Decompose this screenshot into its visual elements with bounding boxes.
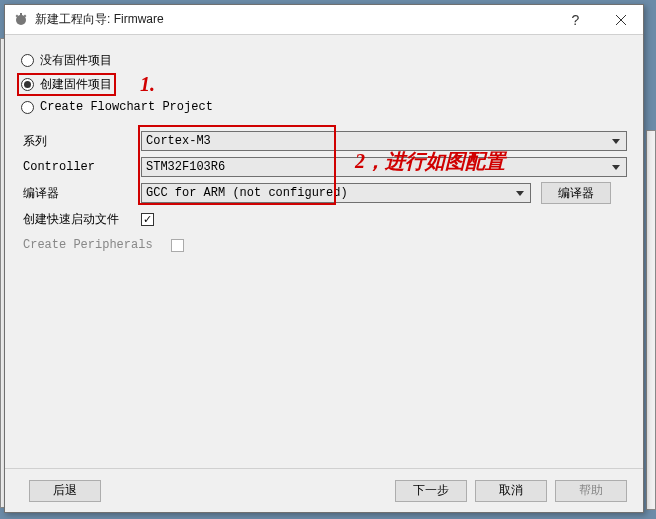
help-button[interactable]: ?: [553, 5, 598, 34]
label-series: 系列: [21, 133, 141, 150]
chevron-down-icon: [608, 132, 624, 150]
label-peripherals: Create Peripherals: [21, 238, 171, 252]
row-compiler: 编译器 GCC for ARM (not configured) 编译器: [21, 180, 627, 206]
dropdown-series-value: Cortex-M3: [146, 134, 211, 148]
svg-rect-1: [20, 13, 22, 16]
row-quickstart: 创建快速启动文件: [21, 206, 627, 232]
form-area: 系列 Cortex-M3 Controller STM32F103R6 编译器 …: [21, 128, 627, 258]
wizard-window: 新建工程向导: Firmware ? 没有固件项目 创建固件项目 1. Crea…: [4, 4, 644, 513]
chevron-down-icon: [608, 158, 624, 176]
back-button[interactable]: 后退: [29, 480, 101, 502]
radio-flowchart-label: Create Flowchart Project: [40, 100, 213, 114]
radio-no-firmware-row[interactable]: 没有固件项目: [21, 49, 627, 71]
dropdown-series[interactable]: Cortex-M3: [141, 131, 627, 151]
help-button-footer: 帮助: [555, 480, 627, 502]
radio-create-firmware-label: 创建固件项目: [40, 76, 112, 93]
next-button[interactable]: 下一步: [395, 480, 467, 502]
radio-create-firmware[interactable]: [21, 78, 34, 91]
highlight-create-firmware: 创建固件项目: [17, 73, 116, 96]
close-icon: [616, 15, 626, 25]
app-icon: [13, 12, 29, 28]
radio-no-firmware-label: 没有固件项目: [40, 52, 112, 69]
cancel-button[interactable]: 取消: [475, 480, 547, 502]
chevron-down-icon: [512, 184, 528, 202]
row-controller: Controller STM32F103R6: [21, 154, 627, 180]
label-quickstart: 创建快速启动文件: [21, 211, 141, 228]
close-button[interactable]: [598, 5, 643, 34]
window-controls: ?: [553, 5, 643, 34]
row-series: 系列 Cortex-M3: [21, 128, 627, 154]
window-title: 新建工程向导: Firmware: [35, 11, 553, 28]
titlebar: 新建工程向导: Firmware ?: [5, 5, 643, 35]
dropdown-controller-value: STM32F103R6: [146, 160, 225, 174]
dropdown-compiler[interactable]: GCC for ARM (not configured): [141, 183, 531, 203]
radio-flowchart-row[interactable]: Create Flowchart Project: [21, 96, 627, 118]
dropdown-compiler-value: GCC for ARM (not configured): [146, 186, 348, 200]
row-peripherals: Create Peripherals: [21, 232, 627, 258]
checkbox-peripherals: [171, 239, 184, 252]
label-compiler: 编译器: [21, 185, 141, 202]
button-bar: 后退 下一步 取消 帮助: [5, 468, 643, 512]
radio-flowchart[interactable]: [21, 101, 34, 114]
label-controller: Controller: [21, 160, 141, 174]
annotation-1: 1.: [140, 73, 155, 96]
compiler-button[interactable]: 编译器: [541, 182, 611, 204]
content-area: 没有固件项目 创建固件项目 1. Create Flowchart Projec…: [5, 35, 643, 266]
checkbox-quickstart[interactable]: [141, 213, 154, 226]
background-fragment: [646, 130, 656, 510]
dropdown-controller[interactable]: STM32F103R6: [141, 157, 627, 177]
radio-no-firmware[interactable]: [21, 54, 34, 67]
